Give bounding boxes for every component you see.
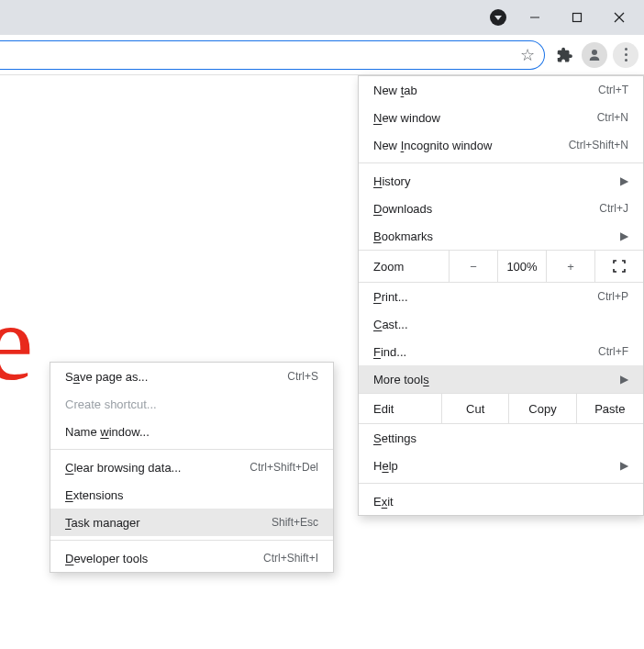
extensions-icon[interactable] xyxy=(550,40,580,70)
menu-bookmarks[interactable]: Bookmarks ▶ xyxy=(359,222,643,250)
bookmark-star-icon[interactable]: ☆ xyxy=(520,45,535,65)
cut-button[interactable]: Cut xyxy=(441,394,508,423)
menu-new-window[interactable]: New window Ctrl+N xyxy=(359,104,643,131)
menu-settings[interactable]: Settings xyxy=(359,424,643,452)
window-close-button[interactable] xyxy=(598,0,640,35)
zoom-label: Zoom xyxy=(359,260,449,274)
menu-exit[interactable]: Exit xyxy=(359,487,643,515)
chrome-menu-button[interactable] xyxy=(613,42,638,68)
svg-rect-1 xyxy=(573,14,582,22)
window-minimize-button[interactable] xyxy=(514,0,556,35)
copy-button[interactable]: Copy xyxy=(508,394,575,423)
address-bar[interactable]: ☆ xyxy=(0,40,545,70)
paste-button[interactable]: Paste xyxy=(576,394,643,423)
chevron-right-icon: ▶ xyxy=(620,459,628,472)
menu-new-incognito[interactable]: New Incognito window Ctrl+Shift+N xyxy=(359,131,643,159)
menu-new-tab[interactable]: New tab Ctrl+T xyxy=(359,76,643,104)
menu-separator xyxy=(359,162,643,163)
submenu-clear-data[interactable]: Clear browsing data... Ctrl+Shift+Del xyxy=(50,453,333,481)
menu-edit-row: Edit Cut Copy Paste xyxy=(359,393,643,424)
browser-toolbar: ☆ xyxy=(0,35,644,75)
menu-downloads[interactable]: Downloads Ctrl+J xyxy=(359,195,643,222)
menu-zoom-row: Zoom − 100% + xyxy=(359,250,643,283)
zoom-in-button[interactable]: + xyxy=(546,251,594,282)
fullscreen-button[interactable] xyxy=(594,251,643,282)
chevron-right-icon: ▶ xyxy=(620,373,628,386)
menu-print[interactable]: Print... Ctrl+P xyxy=(359,283,643,310)
submenu-create-shortcut: Create shortcut... xyxy=(50,390,333,418)
menu-separator xyxy=(50,449,333,450)
zoom-out-button[interactable]: − xyxy=(449,251,497,282)
menu-separator xyxy=(50,540,333,541)
menu-cast[interactable]: Cast... xyxy=(359,310,643,338)
menu-history[interactable]: History ▶ xyxy=(359,167,643,195)
chevron-right-icon: ▶ xyxy=(620,229,628,242)
submenu-task-manager[interactable]: Task manager Shift+Esc xyxy=(50,509,333,536)
svg-point-4 xyxy=(592,50,597,55)
logo-fragment: e xyxy=(0,281,33,406)
more-tools-submenu: Save page as... Ctrl+S Create shortcut..… xyxy=(50,362,334,573)
submenu-developer-tools[interactable]: Developer tools Ctrl+Shift+I xyxy=(50,544,333,572)
zoom-value: 100% xyxy=(497,251,546,282)
window-titlebar xyxy=(0,0,644,35)
menu-find[interactable]: Find... Ctrl+F xyxy=(359,338,643,365)
submenu-name-window[interactable]: Name window... xyxy=(50,418,333,445)
chrome-main-menu: New tab Ctrl+T New window Ctrl+N New Inc… xyxy=(358,75,644,516)
menu-more-tools[interactable]: More tools ▶ xyxy=(359,365,643,393)
submenu-extensions[interactable]: Extensions xyxy=(50,481,333,509)
profile-button[interactable] xyxy=(580,40,609,70)
edit-label: Edit xyxy=(359,402,441,416)
window-maximize-button[interactable] xyxy=(556,0,598,35)
menu-separator xyxy=(359,483,643,484)
chevron-right-icon: ▶ xyxy=(620,174,628,187)
menu-help[interactable]: Help ▶ xyxy=(359,452,643,479)
extension-badge-icon[interactable] xyxy=(490,9,506,26)
submenu-save-page[interactable]: Save page as... Ctrl+S xyxy=(50,363,333,390)
